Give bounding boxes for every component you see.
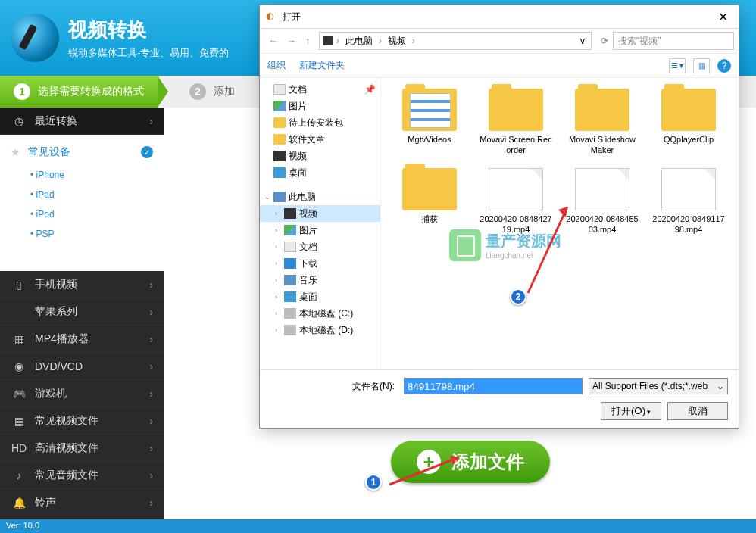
- step-2[interactable]: 2 添加: [176, 76, 248, 108]
- dialog-footer: 文件名(N): All Support Files (*.dts;*.web⌄ …: [260, 370, 739, 428]
- annotation-badge-1: 1: [365, 474, 382, 491]
- step-1-label: 选择需要转换成的格式: [38, 85, 144, 98]
- device-ipad[interactable]: iPad: [0, 185, 164, 204]
- dialog-toolbar: 组织 新建文件夹 ☰ ▾ ▥ ?: [260, 54, 739, 78]
- file-item[interactable]: 20200420-084842719.mp4: [475, 165, 557, 238]
- sidebar: ◷ 最近转换 › ★ 常见设备 ✓ iPhone iPad iPod PSP ▯…: [0, 108, 164, 519]
- open-button[interactable]: 打开(O)▾: [601, 402, 661, 420]
- file-item[interactable]: 捕获: [389, 165, 470, 238]
- tree-pictures-pc[interactable]: ›图片: [260, 222, 380, 238]
- tree-documents-pc[interactable]: ›文档: [260, 238, 380, 255]
- tree-desktop[interactable]: ›桌面: [260, 288, 380, 305]
- filename-input[interactable]: [404, 378, 583, 394]
- clock-icon: ◷: [11, 113, 27, 129]
- app-small-icon: ◐: [266, 11, 278, 23]
- step-1[interactable]: 1 选择需要转换成的格式: [0, 76, 158, 108]
- close-icon[interactable]: ✕: [714, 10, 733, 24]
- preview-pane-button[interactable]: ▥: [693, 58, 710, 73]
- cat-ringtone[interactable]: 🔔铃声›: [0, 489, 164, 516]
- version-bar: Ver: 10.0: [0, 519, 756, 533]
- dialog-titlebar: ◐ 打开 ✕: [260, 5, 739, 28]
- help-icon[interactable]: ?: [717, 59, 731, 73]
- disc-icon: ◉: [11, 358, 27, 375]
- tree-documents[interactable]: 文档📌: [260, 81, 380, 98]
- breadcrumb[interactable]: › 此电脑 › 视频 › v: [319, 32, 592, 50]
- folder-tree: 文档📌 图片 待上传安装包 软件文章 视频 桌面 ⌄此电脑 ›视频 ›图片 ›文…: [260, 78, 381, 369]
- new-folder-button[interactable]: 新建文件夹: [299, 59, 345, 72]
- app-subtitle: 锐动多媒体工具-专业、易用、免费的: [68, 46, 229, 60]
- device-psp[interactable]: PSP: [0, 224, 164, 244]
- file-item[interactable]: 20200420-084911798.mp4: [648, 165, 729, 238]
- mp4-icon: ▦: [11, 331, 27, 348]
- sidebar-common-devices-header[interactable]: ★ 常见设备 ✓: [0, 139, 164, 165]
- refresh-icon[interactable]: ⟳: [596, 33, 613, 49]
- cat-hd-video[interactable]: HD高清视频文件›: [0, 435, 164, 462]
- gamepad-icon: 🎮: [11, 385, 27, 402]
- organize-menu[interactable]: 组织: [267, 59, 286, 72]
- cat-apple[interactable]: 苹果系列›: [0, 298, 164, 326]
- search-input[interactable]: 搜索"视频": [613, 32, 734, 50]
- film-icon: ▤: [11, 413, 27, 429]
- file-item[interactable]: Movavi Slideshow Maker: [561, 86, 643, 159]
- file-list: MgtvVideos Movavi Screen Recorder Movavi…: [381, 78, 739, 369]
- device-ipod[interactable]: iPod: [0, 204, 164, 224]
- view-mode-button[interactable]: ☰ ▾: [669, 58, 686, 73]
- nav-up-icon[interactable]: ↑: [301, 33, 314, 49]
- tree-desktop-quick[interactable]: 桌面: [260, 164, 380, 181]
- file-item[interactable]: MgtvVideos: [389, 86, 470, 159]
- open-dialog: ◐ 打开 ✕ ← → ↑ › 此电脑 › 视频 › v ⟳ 搜索"视频" 组织 …: [259, 5, 739, 429]
- tree-install[interactable]: 待上传安装包: [260, 114, 380, 131]
- hd-icon: HD: [11, 440, 27, 457]
- cat-phone-video[interactable]: ▯手机视频›: [0, 271, 164, 298]
- tree-downloads[interactable]: ›下载: [260, 255, 380, 272]
- tree-disk-d[interactable]: ›本地磁盘 (D:): [260, 322, 380, 338]
- plus-icon: +: [417, 450, 441, 474]
- cat-common-audio[interactable]: ♪常见音频文件›: [0, 462, 164, 489]
- annotation-badge-2: 2: [510, 288, 526, 305]
- cat-common-video[interactable]: ▤常见视频文件›: [0, 407, 164, 435]
- device-iphone[interactable]: iPhone: [0, 165, 164, 185]
- app-logo-icon: [11, 14, 59, 62]
- sidebar-recent[interactable]: ◷ 最近转换 ›: [0, 108, 164, 135]
- nav-back-icon[interactable]: ←: [264, 33, 283, 49]
- dialog-title: 打开: [283, 11, 301, 23]
- star-icon: ★: [11, 146, 20, 158]
- add-file-button[interactable]: + 添加文件: [391, 441, 550, 483]
- chevron-right-icon: ›: [149, 115, 153, 127]
- cancel-button[interactable]: 取消: [667, 402, 728, 420]
- tree-disk-c[interactable]: ›本地磁盘 (C:): [260, 305, 380, 322]
- apple-icon: [11, 304, 27, 320]
- file-filter[interactable]: All Support Files (*.dts;*.web⌄: [589, 378, 728, 394]
- phone-icon: ▯: [11, 276, 27, 293]
- check-icon: ✓: [141, 146, 153, 158]
- file-item[interactable]: 20200420-084845503.mp4: [561, 165, 643, 238]
- nav-fwd-icon[interactable]: →: [283, 33, 301, 49]
- cat-game[interactable]: 🎮游戏机›: [0, 380, 164, 407]
- cat-mp4[interactable]: ▦MP4播放器›: [0, 326, 164, 353]
- cat-dvd[interactable]: ◉DVD/VCD›: [0, 353, 164, 380]
- filename-label: 文件名(N):: [352, 380, 395, 393]
- tree-pictures[interactable]: 图片: [260, 98, 380, 114]
- file-item[interactable]: Movavi Screen Recorder: [475, 86, 557, 159]
- tree-this-pc[interactable]: ⌄此电脑: [260, 189, 380, 205]
- music-icon: ♪: [11, 467, 27, 484]
- tree-music[interactable]: ›音乐: [260, 272, 380, 288]
- tree-articles[interactable]: 软件文章: [260, 131, 380, 148]
- tree-videos-quick[interactable]: 视频: [260, 148, 380, 164]
- video-folder-icon: [323, 36, 333, 45]
- sidebar-common-devices: ★ 常见设备 ✓ iPhone iPad iPod PSP: [0, 135, 164, 271]
- file-item[interactable]: QQplayerClip: [648, 86, 729, 159]
- step-2-label: 添加: [214, 85, 235, 98]
- app-title: 视频转换: [68, 17, 229, 43]
- bell-icon: 🔔: [11, 494, 27, 511]
- tree-videos[interactable]: ›视频: [260, 205, 380, 222]
- dialog-nav: ← → ↑ › 此电脑 › 视频 › v ⟳ 搜索"视频": [260, 28, 739, 54]
